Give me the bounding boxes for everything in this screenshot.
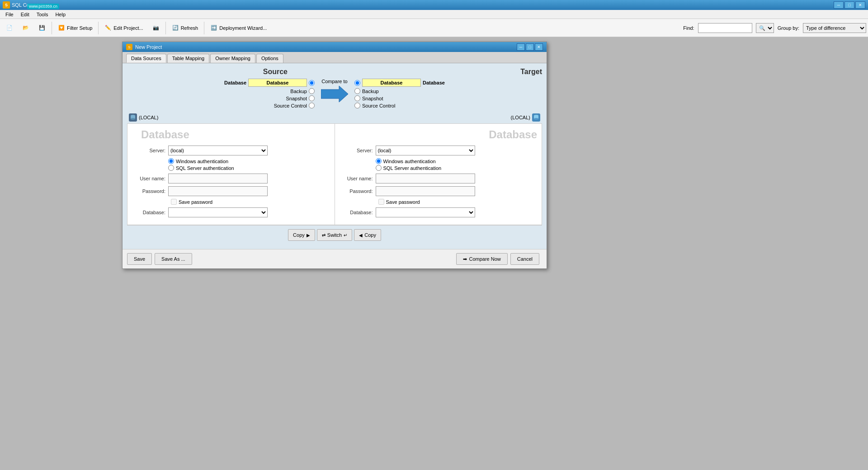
snapshot-button[interactable]: 📷 (148, 21, 164, 35)
source-windows-auth-row: Windows authentication (168, 158, 330, 164)
target-windows-auth-radio[interactable] (376, 158, 382, 164)
target-database-row: Database Database (354, 79, 445, 87)
menu-edit[interactable]: Edit (17, 11, 33, 18)
target-label: Target (493, 68, 542, 76)
refresh-label: Refresh (181, 25, 198, 31)
source-sql-auth-radio[interactable] (168, 165, 174, 171)
copy-right-label: Copy (364, 232, 376, 238)
source-server-dropdown-wrapper: (local) (168, 146, 268, 155)
target-server-dropdown[interactable]: (local) (376, 146, 475, 155)
source-windows-auth-radio[interactable] (168, 158, 174, 164)
edit-project-button[interactable]: ✏️ Edit Project... (100, 21, 147, 35)
target-database-button[interactable]: Database (362, 79, 421, 87)
refresh-button[interactable]: 🔄 Refresh (168, 21, 203, 35)
find-dropdown[interactable]: 🔍 (756, 23, 774, 33)
switch-button[interactable]: ⇄ Switch ↵ (317, 229, 352, 241)
target-sql-auth-row: SQL Server authentication (376, 165, 538, 171)
source-server-label: Server: (132, 148, 168, 153)
close-button[interactable]: ✕ (855, 1, 865, 9)
source-password-input[interactable] (168, 186, 268, 196)
dialog-close[interactable]: ✕ (535, 43, 543, 51)
source-sourcecontrol-label: Source Control (274, 103, 307, 108)
source-password-row: Password: (132, 186, 330, 196)
save-toolbar-button[interactable]: 💾 (34, 21, 50, 35)
tab-table-mapping[interactable]: Table Mapping (167, 54, 210, 63)
deployment-label: Deployment Wizard... (219, 25, 267, 31)
source-db-icon (129, 113, 137, 122)
tab-options[interactable]: Options (256, 54, 283, 63)
source-database-dropdown-wrapper (168, 207, 268, 217)
copy-left-button[interactable]: Copy ▶ (288, 229, 315, 241)
maximize-button[interactable]: □ (844, 1, 854, 9)
find-input[interactable] (698, 23, 752, 33)
target-password-label: Password: (340, 188, 376, 194)
copy-right-icon: ◀ (359, 233, 363, 238)
main-area: S New Project ─ □ ✕ Data Sources Table M… (0, 37, 868, 470)
target-database-dropdown[interactable] (376, 207, 475, 217)
deployment-wizard-button[interactable]: ➡️ Deployment Wizard... (206, 21, 271, 35)
target-sql-auth-radio[interactable] (376, 165, 382, 171)
target-database-radio[interactable] (354, 80, 360, 86)
compare-arrow-icon (321, 86, 348, 102)
target-save-password-label: Save password (386, 199, 420, 205)
target-username-input[interactable] (376, 174, 475, 183)
source-db-type-label: Database (224, 80, 246, 85)
target-auth-group: Windows authentication SQL Server authen… (340, 158, 538, 172)
source-username-row: User name: (132, 174, 330, 183)
source-snapshot-radio[interactable] (309, 95, 315, 101)
source-backup-radio[interactable] (309, 88, 315, 94)
target-sourcecontrol-radio[interactable] (354, 103, 360, 108)
source-database-button[interactable]: Database (248, 79, 307, 87)
copy-left-icon: ▶ (307, 233, 310, 238)
switch-icon2: ↵ (344, 233, 347, 238)
target-windows-auth-row: Windows authentication (376, 158, 538, 164)
app-icon: S (3, 1, 10, 9)
target-backup-radio[interactable] (354, 88, 360, 94)
target-password-input[interactable] (376, 186, 475, 196)
dialog-maximize[interactable]: □ (526, 43, 534, 51)
tab-data-sources[interactable]: Data Sources (126, 54, 166, 63)
toolbar-separator-2 (98, 22, 99, 34)
window-controls: ─ □ ✕ (834, 1, 865, 9)
target-snapshot-radio[interactable] (354, 95, 360, 101)
minimize-button[interactable]: ─ (834, 1, 844, 9)
target-server-label: Server: (340, 148, 376, 153)
source-database-radio[interactable] (309, 80, 315, 86)
open-button[interactable]: 📂 (18, 21, 33, 35)
target-server-dropdown-wrapper: (local) (376, 146, 475, 155)
target-username-row: User name: (340, 174, 538, 183)
new-button[interactable]: 📄 (2, 21, 17, 35)
filter-setup-button[interactable]: 🔽 Filter Setup (54, 21, 96, 35)
compare-now-button[interactable]: ➡ Compare Now (456, 253, 507, 265)
tab-owner-mapping[interactable]: Owner Mapping (210, 54, 255, 63)
menu-tools[interactable]: Tools (33, 11, 52, 18)
target-save-password-checkbox[interactable] (378, 199, 384, 205)
target-snapshot-row: Snapshot (354, 95, 383, 101)
dialog-minimize[interactable]: ─ (517, 43, 525, 51)
deployment-icon: ➡️ (210, 24, 217, 32)
source-server-name: (LOCAL) (139, 115, 158, 120)
target-server-name: (LOCAL) (511, 115, 530, 120)
dialog-body: Source Database Database Backup Snapshot (123, 63, 547, 249)
source-save-password-checkbox[interactable] (171, 199, 177, 205)
copy-right-button[interactable]: ◀ Copy (354, 229, 381, 241)
source-database-dropdown[interactable] (168, 207, 268, 217)
new-icon: 📄 (6, 24, 13, 32)
menu-help[interactable]: Help (52, 11, 69, 18)
source-sourcecontrol-radio[interactable] (309, 103, 315, 108)
source-server-dropdown[interactable]: (local) (168, 146, 268, 155)
new-project-dialog: S New Project ─ □ ✕ Data Sources Table M… (122, 42, 547, 269)
compare-now-icon: ➡ (463, 256, 467, 262)
target-windows-auth-label: Windows authentication (383, 159, 436, 164)
save-as-button[interactable]: Save As ... (155, 253, 192, 265)
title-bar: S SQL Compare ─ □ ✕ (0, 0, 868, 10)
save-button[interactable]: Save (127, 253, 152, 265)
menu-file[interactable]: File (2, 11, 17, 18)
source-username-input[interactable] (168, 174, 268, 183)
switch-icon: ⇄ (322, 233, 326, 238)
target-database-label: Database: (340, 210, 376, 215)
source-db-svg (130, 114, 136, 121)
target-sourcecontrol-label: Source Control (362, 103, 395, 108)
groupby-dropdown[interactable]: Type of difference (803, 23, 866, 33)
cancel-button[interactable]: Cancel (510, 253, 539, 265)
